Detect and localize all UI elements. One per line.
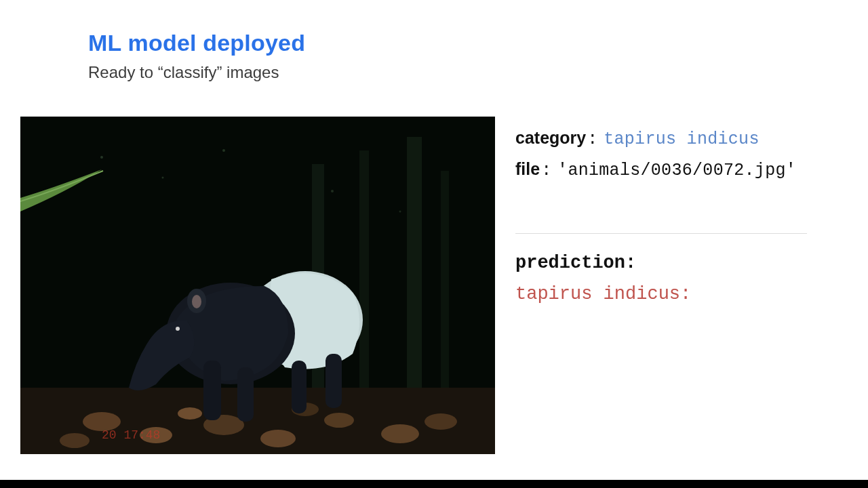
svg-point-15 xyxy=(324,413,354,428)
svg-point-9 xyxy=(399,211,401,213)
file-row: file: 'animals/0036/0072.jpg' xyxy=(515,156,834,184)
classified-image: 20 17:48 xyxy=(20,117,495,454)
category-label: category xyxy=(515,128,586,147)
svg-point-7 xyxy=(222,149,225,152)
svg-point-28 xyxy=(192,295,201,308)
image-timestamp-overlay: 20 17:48 xyxy=(102,428,160,442)
svg-point-16 xyxy=(381,424,419,443)
svg-rect-24 xyxy=(292,361,307,413)
category-row: category: tapirus indicus xyxy=(515,125,834,153)
svg-point-18 xyxy=(178,407,202,420)
svg-point-14 xyxy=(260,430,296,447)
svg-rect-23 xyxy=(326,354,342,408)
svg-point-5 xyxy=(100,156,103,159)
prediction-value: tapirus indicus: xyxy=(515,284,834,304)
svg-rect-26 xyxy=(237,367,254,422)
prediction-label: prediction: xyxy=(515,253,834,273)
file-label: file xyxy=(515,159,540,178)
svg-point-29 xyxy=(176,327,180,331)
svg-point-6 xyxy=(162,177,164,179)
metadata-panel: category: tapirus indicus file: 'animals… xyxy=(515,125,834,304)
svg-point-17 xyxy=(60,433,90,448)
svg-rect-3 xyxy=(407,137,422,408)
svg-rect-25 xyxy=(203,361,221,420)
bottom-bar xyxy=(0,480,868,488)
category-value: tapirus indicus xyxy=(604,129,760,149)
slide-title: ML model deployed xyxy=(88,30,305,56)
svg-rect-2 xyxy=(359,150,369,408)
svg-point-8 xyxy=(331,190,334,192)
file-value: 'animals/0036/0072.jpg' xyxy=(557,161,796,180)
svg-rect-4 xyxy=(441,171,449,415)
slide-subtitle: Ready to “classify” images xyxy=(88,63,305,82)
divider xyxy=(515,233,807,234)
svg-point-20 xyxy=(425,413,457,430)
